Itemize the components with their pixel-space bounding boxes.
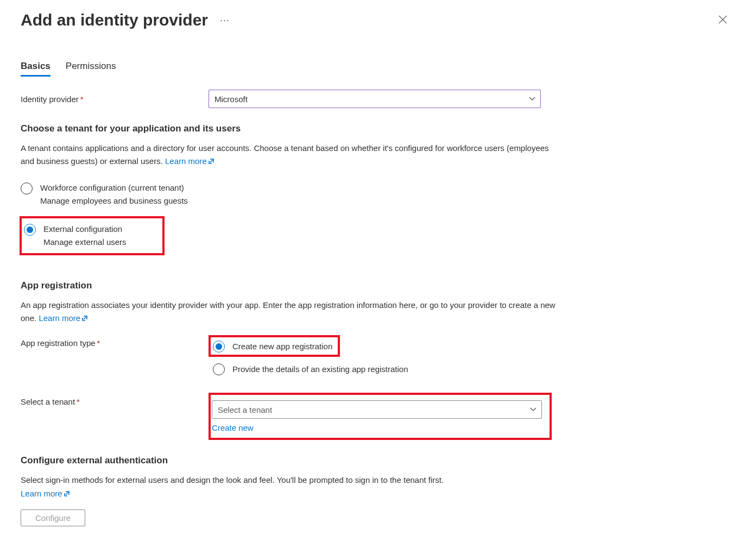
provide-existing-radio[interactable] bbox=[213, 363, 225, 375]
workforce-radio-option[interactable]: Workforce configuration (current tenant)… bbox=[21, 178, 730, 211]
learn-more-text: Learn more bbox=[165, 156, 207, 166]
tenant-choice-desc: A tenant contains applications and a dir… bbox=[21, 142, 564, 168]
ext-auth-desc: Select sign-in methods for external user… bbox=[21, 474, 564, 487]
tab-basics[interactable]: Basics bbox=[21, 61, 51, 77]
external-radio[interactable] bbox=[24, 224, 36, 236]
create-new-label: Create new app registration bbox=[232, 342, 332, 351]
close-button[interactable] bbox=[715, 12, 730, 29]
workforce-sub: Manage employees and business guests bbox=[40, 194, 188, 207]
external-label: External configuration bbox=[43, 223, 127, 236]
app-reg-learn-more-link[interactable]: Learn more bbox=[39, 313, 88, 323]
app-reg-desc-text: An app registration associates your iden… bbox=[21, 300, 556, 323]
configure-button[interactable]: Configure bbox=[21, 509, 85, 526]
create-new-highlight: Create new app registration bbox=[209, 335, 340, 357]
ext-auth-heading: Configure external authentication bbox=[21, 455, 730, 466]
tenant-radio-group: Workforce configuration (current tenant)… bbox=[21, 178, 730, 255]
radio-inner-dot bbox=[27, 226, 33, 233]
identity-provider-label: Identity provider* bbox=[21, 95, 209, 104]
select-tenant-highlight: Select a tenant Create new bbox=[209, 393, 552, 440]
external-radio-text: External configuration Manage external u… bbox=[43, 223, 127, 249]
select-tenant-row: Select a tenant* Select a tenant Create … bbox=[21, 393, 730, 440]
app-registration-section: App registration An app registration ass… bbox=[21, 280, 730, 440]
select-tenant-value: Select a tenant bbox=[212, 400, 542, 419]
ext-auth-desc-text: Select sign-in methods for external user… bbox=[21, 475, 444, 485]
ext-auth-section: Configure external authentication Select… bbox=[21, 455, 730, 526]
identity-provider-value: Microsoft bbox=[209, 90, 541, 108]
external-link-icon bbox=[208, 155, 214, 168]
close-icon bbox=[718, 15, 727, 24]
select-tenant-dropdown[interactable]: Select a tenant bbox=[212, 400, 542, 419]
workforce-radio-text: Workforce configuration (current tenant)… bbox=[40, 181, 188, 207]
more-options-button[interactable]: ··· bbox=[218, 12, 232, 28]
tab-permissions[interactable]: Permissions bbox=[66, 61, 116, 77]
tab-bar: Basics Permissions bbox=[21, 61, 730, 77]
external-sub: Manage external users bbox=[43, 236, 127, 249]
app-reg-type-label-text: App registration type bbox=[21, 338, 96, 348]
app-reg-type-options: Create new app registration Provide the … bbox=[209, 335, 408, 377]
tenant-choice-learn-more-link[interactable]: Learn more bbox=[165, 156, 214, 166]
app-reg-type-label: App registration type* bbox=[21, 335, 209, 348]
required-asterisk: * bbox=[80, 95, 84, 104]
workforce-radio[interactable] bbox=[21, 183, 33, 194]
learn-more-text: Learn more bbox=[39, 313, 80, 323]
provide-existing-option[interactable]: Provide the details of an existing app r… bbox=[209, 360, 408, 377]
tenant-choice-desc-text: A tenant contains applications and a dir… bbox=[21, 143, 549, 166]
external-radio-highlight: External configuration Manage external u… bbox=[20, 216, 165, 255]
tenant-choice-section: Choose a tenant for your application and… bbox=[21, 123, 730, 255]
learn-more-text: Learn more bbox=[21, 489, 62, 498]
ext-auth-learn-more-link[interactable]: Learn more bbox=[21, 489, 70, 498]
header-left: Add an identity provider ··· bbox=[21, 11, 232, 29]
create-new-tenant-link[interactable]: Create new bbox=[212, 423, 254, 432]
page-header: Add an identity provider ··· bbox=[21, 11, 730, 29]
identity-provider-label-text: Identity provider bbox=[21, 95, 79, 104]
external-link-icon bbox=[81, 312, 88, 325]
external-link-icon bbox=[64, 489, 70, 499]
radio-inner-dot bbox=[216, 343, 222, 350]
select-tenant-label-text: Select a tenant bbox=[21, 397, 75, 406]
identity-provider-row: Identity provider* Microsoft bbox=[21, 90, 730, 108]
select-tenant-label: Select a tenant* bbox=[21, 393, 209, 406]
required-asterisk: * bbox=[97, 338, 100, 348]
app-reg-type-row: App registration type* Create new app re… bbox=[21, 335, 730, 377]
create-new-radio[interactable] bbox=[213, 341, 225, 353]
workforce-label: Workforce configuration (current tenant) bbox=[40, 181, 188, 194]
page-title: Add an identity provider bbox=[21, 11, 208, 29]
identity-provider-select[interactable]: Microsoft bbox=[209, 90, 541, 108]
app-reg-desc: An app registration associates your iden… bbox=[21, 299, 564, 325]
external-radio-option[interactable]: External configuration Manage external u… bbox=[23, 222, 159, 250]
provide-existing-label: Provide the details of an existing app r… bbox=[232, 364, 408, 374]
app-reg-heading: App registration bbox=[21, 280, 730, 291]
tenant-choice-heading: Choose a tenant for your application and… bbox=[21, 123, 730, 134]
required-asterisk: * bbox=[77, 397, 80, 406]
